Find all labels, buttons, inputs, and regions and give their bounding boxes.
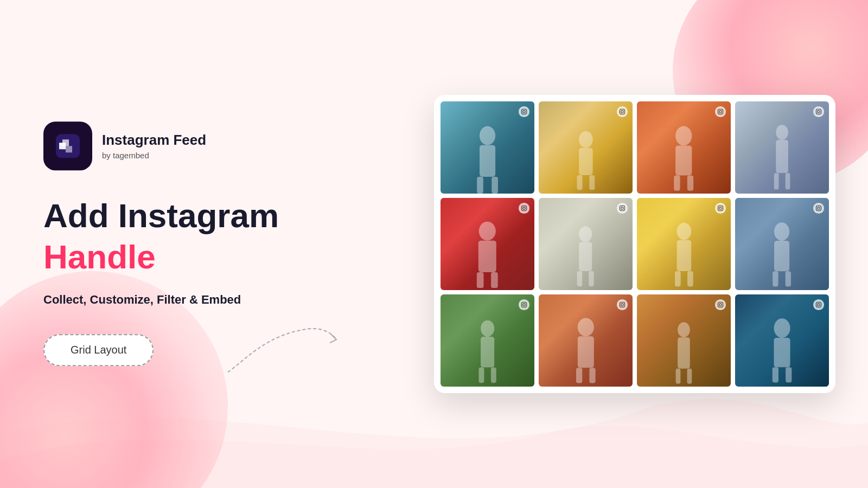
svg-point-17 — [715, 106, 726, 117]
svg-point-49 — [715, 203, 726, 214]
svg-rect-86 — [678, 337, 690, 369]
svg-rect-80 — [589, 368, 595, 383]
right-panel — [434, 95, 835, 393]
svg-rect-94 — [774, 338, 790, 367]
svg-point-1 — [519, 106, 529, 117]
svg-point-5 — [480, 126, 495, 145]
feed-container — [434, 95, 835, 393]
svg-point-69 — [481, 320, 494, 336]
svg-point-36 — [526, 206, 526, 207]
instagram-icon-7 — [714, 202, 726, 214]
main-heading: Add Instagram Handle — [43, 197, 279, 275]
svg-rect-40 — [491, 272, 498, 288]
svg-rect-22 — [675, 146, 692, 176]
logo-title: Instagram Feed — [102, 132, 206, 149]
grid-photo-9 — [441, 294, 534, 387]
svg-point-65 — [519, 299, 529, 310]
svg-rect-56 — [687, 272, 693, 287]
svg-rect-15 — [577, 175, 582, 189]
svg-rect-72 — [491, 367, 496, 383]
svg-point-84 — [722, 303, 723, 303]
grid-photo-1 — [441, 101, 534, 194]
svg-point-85 — [678, 322, 690, 337]
svg-point-45 — [579, 226, 592, 242]
svg-rect-31 — [774, 173, 779, 189]
svg-rect-14 — [579, 147, 593, 175]
svg-rect-87 — [676, 369, 681, 384]
svg-rect-48 — [589, 271, 594, 286]
grid-photo-10 — [539, 294, 633, 387]
svg-rect-8 — [492, 177, 498, 194]
svg-point-13 — [579, 131, 593, 147]
grid-photo-11 — [637, 294, 731, 387]
svg-point-89 — [813, 299, 824, 310]
logo-text-area: Instagram Feed by tagembed — [102, 132, 206, 160]
instagram-icon-6 — [616, 202, 628, 214]
instagram-icon-4 — [813, 106, 825, 118]
svg-point-4 — [526, 110, 526, 110]
svg-point-61 — [774, 222, 789, 241]
svg-point-37 — [479, 222, 496, 241]
svg-point-28 — [820, 110, 821, 110]
instagram-icon-9 — [518, 299, 530, 311]
instagram-icon-2 — [616, 106, 628, 118]
svg-point-9 — [617, 106, 628, 117]
svg-rect-88 — [687, 369, 692, 384]
svg-point-21 — [675, 126, 692, 146]
logo-area: Instagram Feed by tagembed — [43, 121, 279, 170]
instagram-icon-8 — [813, 202, 825, 214]
svg-point-53 — [676, 223, 691, 240]
svg-rect-46 — [579, 242, 592, 271]
svg-rect-70 — [481, 337, 494, 367]
svg-point-68 — [526, 303, 526, 303]
tagembed-logo-icon — [54, 132, 82, 160]
svg-rect-6 — [480, 145, 495, 177]
svg-point-25 — [813, 106, 824, 117]
instagram-icon-11 — [714, 299, 726, 311]
svg-rect-95 — [773, 367, 778, 382]
grid-photo-3 — [637, 101, 731, 194]
svg-point-76 — [624, 303, 624, 303]
svg-rect-63 — [773, 271, 778, 286]
svg-rect-32 — [786, 173, 790, 189]
svg-point-60 — [820, 206, 821, 207]
logo-icon — [43, 121, 92, 170]
svg-rect-54 — [676, 240, 691, 271]
svg-point-77 — [577, 318, 593, 336]
heading-line1: Add Instagram — [43, 197, 279, 234]
svg-rect-78 — [577, 336, 593, 368]
svg-rect-16 — [589, 175, 595, 189]
svg-point-44 — [624, 206, 624, 207]
svg-point-33 — [519, 203, 529, 214]
photo-grid — [441, 101, 829, 387]
logo-subtitle: by tagembed — [102, 151, 206, 160]
grid-layout-button[interactable]: Grid Layout — [43, 335, 154, 367]
svg-rect-62 — [774, 241, 789, 271]
svg-point-73 — [617, 299, 628, 310]
instagram-icon-12 — [813, 299, 825, 311]
left-panel: Instagram Feed by tagembed Add Instagram… — [43, 121, 279, 366]
svg-rect-30 — [776, 140, 788, 173]
svg-rect-7 — [477, 177, 483, 194]
subtitle-text: Collect, Customize, Filter & Embed — [43, 293, 279, 307]
svg-point-93 — [774, 318, 790, 338]
grid-photo-4 — [735, 101, 829, 194]
grid-photo-7 — [637, 198, 731, 290]
svg-rect-47 — [577, 271, 582, 286]
instagram-icon-5 — [518, 202, 530, 214]
svg-point-12 — [624, 110, 624, 110]
svg-point-41 — [617, 203, 628, 214]
svg-point-29 — [776, 125, 788, 140]
svg-rect-23 — [674, 176, 680, 191]
svg-rect-55 — [675, 272, 681, 287]
svg-rect-71 — [478, 367, 484, 383]
heading-line2: Handle — [43, 239, 279, 276]
svg-rect-39 — [477, 272, 484, 288]
svg-point-20 — [722, 110, 723, 110]
svg-rect-64 — [786, 271, 791, 286]
svg-rect-24 — [687, 176, 693, 191]
grid-photo-5 — [441, 198, 534, 290]
svg-point-57 — [813, 203, 824, 214]
instagram-icon-1 — [518, 106, 530, 118]
svg-rect-79 — [576, 368, 582, 383]
